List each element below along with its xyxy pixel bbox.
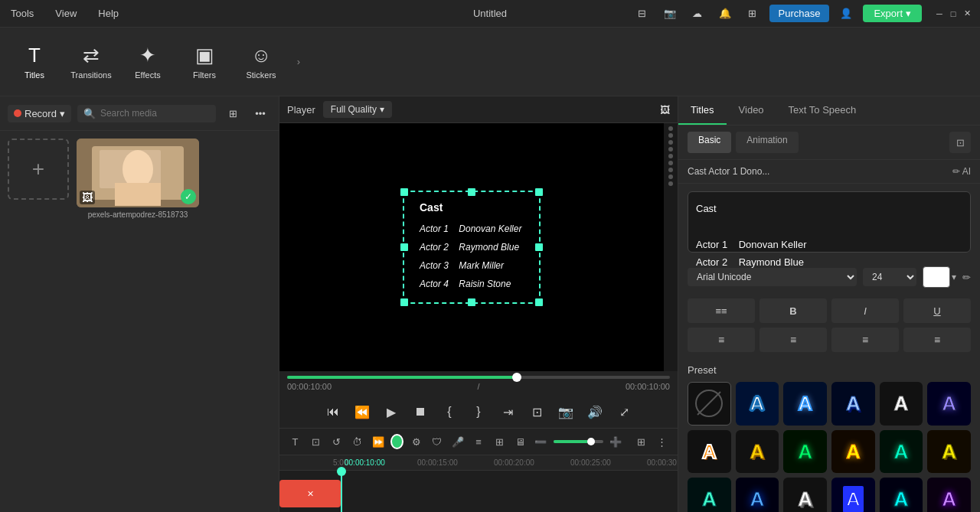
mark-out-button[interactable]: } (467, 400, 490, 423)
camera-icon[interactable]: 📷 (659, 3, 681, 24)
preset-15[interactable]: A (831, 478, 875, 512)
panel-collapse-button[interactable]: ⊡ (949, 132, 971, 153)
toolbar-item-stickers[interactable]: ☺ Stickers (234, 31, 288, 93)
fast-forward-button[interactable]: ⏩ (370, 432, 386, 452)
screenshot-button[interactable]: 📷 (554, 400, 577, 423)
photo-icon[interactable]: 🖼 (660, 104, 670, 116)
ai-button[interactable]: ✏ AI (952, 166, 971, 177)
toolbar-item-filters[interactable]: ▣ Filters (178, 31, 231, 93)
align-right-button[interactable]: ≡ (831, 328, 899, 352)
underline-button[interactable]: U (903, 298, 971, 323)
shield-button[interactable]: 🛡 (429, 432, 445, 452)
subtab-animation[interactable]: Animation (736, 132, 798, 153)
align-justify-button[interactable]: ≡ (903, 328, 971, 352)
mark-in-button[interactable]: { (438, 400, 461, 423)
progress-handle[interactable] (512, 373, 521, 382)
zoom-out-button[interactable]: ➖ (533, 432, 549, 452)
handle-br[interactable] (535, 298, 543, 306)
color-edit-icon[interactable]: ✏ (962, 272, 971, 283)
handle-ml[interactable] (400, 243, 408, 251)
win-maximize[interactable]: □ (948, 8, 959, 19)
fit-button[interactable]: ⊡ (525, 400, 548, 423)
purchase-button[interactable]: Purchase (769, 5, 830, 22)
menu-item-tools[interactable]: Tools (8, 6, 37, 21)
text-tool-button[interactable]: T (287, 432, 303, 452)
media-thumbnail[interactable]: 🖼 ✓ (77, 139, 199, 207)
align-left-button[interactable]: ≡ (688, 328, 755, 352)
color-picker[interactable]: ▾ (923, 266, 956, 288)
toolbar-chevron[interactable]: › (291, 31, 306, 93)
align-center-button[interactable]: ≡ (760, 328, 827, 352)
subtab-basic[interactable]: Basic (688, 132, 731, 153)
mic-button[interactable]: 🎤 (450, 432, 466, 452)
preset-8[interactable]: A (783, 430, 827, 474)
tab-video[interactable]: Video (727, 96, 776, 125)
win-minimize[interactable]: ─ (934, 8, 945, 19)
stop-button[interactable]: ⏹ (409, 400, 432, 423)
more-options-button[interactable]: ⋮ (654, 432, 670, 452)
bell-icon[interactable]: 🔔 (714, 3, 736, 24)
toolbar-item-titles[interactable]: T Titles (8, 31, 61, 93)
toolbar-item-effects[interactable]: ✦ Effects (121, 31, 175, 93)
preset-14[interactable]: A (783, 478, 827, 512)
italic-button[interactable]: I (831, 298, 899, 323)
grid-icon[interactable]: ⊞ (742, 3, 763, 24)
preset-7[interactable]: A (736, 430, 779, 474)
rotate-tool-button[interactable]: ↺ (328, 432, 345, 452)
user-icon[interactable]: 👤 (835, 3, 857, 24)
record-button[interactable]: Record ▾ (8, 105, 71, 122)
timer-tool-button[interactable]: ⏱ (349, 432, 365, 452)
win-close[interactable]: ✕ (962, 8, 972, 19)
preset-2[interactable]: A (783, 382, 827, 426)
toolbar-item-transitions[interactable]: ⇄ Transitions (64, 31, 118, 93)
spacing-button[interactable]: ≡≡ (688, 298, 755, 323)
timeline-clip[interactable]: ✕ (279, 480, 341, 507)
preset-3[interactable]: A (831, 382, 875, 426)
monitor-button[interactable]: 🖥 (512, 432, 528, 452)
multitrack-button[interactable]: ⊞ (492, 432, 508, 452)
export-frame-button[interactable]: ⇥ (496, 400, 519, 423)
preset-13[interactable]: A (736, 478, 779, 512)
fullscreen-button[interactable]: ⤢ (612, 400, 635, 423)
settings-button[interactable]: ⚙ (408, 432, 424, 452)
volume-slider[interactable] (554, 440, 603, 443)
step-back-button[interactable]: ⏪ (351, 400, 374, 423)
handle-bl[interactable] (400, 298, 408, 306)
tab-titles[interactable]: Titles (678, 96, 727, 125)
add-media-button[interactable]: + (8, 139, 69, 200)
size-select[interactable]: 24 12 14 16 18 20 22 28 32 36 48 72 (863, 268, 916, 286)
subtitles-button[interactable]: ≡ (471, 432, 487, 452)
handle-bm[interactable] (468, 298, 475, 306)
volume-handle[interactable] (587, 438, 595, 445)
filter-icon[interactable]: ⊞ (222, 103, 243, 124)
minimize-icon[interactable]: ⊟ (632, 3, 653, 24)
preset-10[interactable]: A (880, 430, 923, 474)
color-swatch[interactable] (923, 266, 950, 288)
text-overlay[interactable]: Cast Actor 1 Donovan Keller Actor 2 Raym… (403, 191, 541, 304)
volume-button[interactable]: 🔊 (583, 400, 606, 423)
handle-mr[interactable] (535, 243, 543, 251)
menu-item-view[interactable]: View (52, 6, 80, 21)
cloud-icon[interactable]: ☁ (687, 3, 708, 24)
preset-6[interactable]: A (688, 430, 731, 474)
preset-4[interactable]: A (880, 382, 923, 426)
skip-back-button[interactable]: ⏮ (322, 400, 345, 423)
text-editor[interactable]: Cast Actor 1 Donovan Keller Actor 2 Raym… (688, 191, 971, 253)
quality-select[interactable]: Full Quality ▾ (323, 101, 392, 118)
handle-tl[interactable] (400, 188, 408, 196)
record-circle-button[interactable] (390, 434, 403, 449)
zoom-in-button[interactable]: ➕ (608, 432, 624, 452)
preset-12[interactable]: A (688, 478, 731, 512)
tab-tts[interactable]: Text To Speech (776, 96, 869, 125)
handle-tr[interactable] (535, 188, 543, 196)
search-input[interactable] (100, 108, 210, 119)
export-button[interactable]: Export ▾ (863, 5, 922, 22)
crop-tool-button[interactable]: ⊡ (308, 432, 324, 452)
more-icon[interactable]: ••• (250, 103, 271, 124)
menu-item-help[interactable]: Help (95, 6, 122, 21)
handle-tm[interactable] (468, 188, 475, 196)
play-button[interactable]: ▶ (380, 400, 403, 423)
preset-none[interactable] (688, 382, 731, 426)
font-select[interactable]: Arial Unicode (688, 268, 857, 286)
progress-track[interactable] (287, 376, 670, 379)
